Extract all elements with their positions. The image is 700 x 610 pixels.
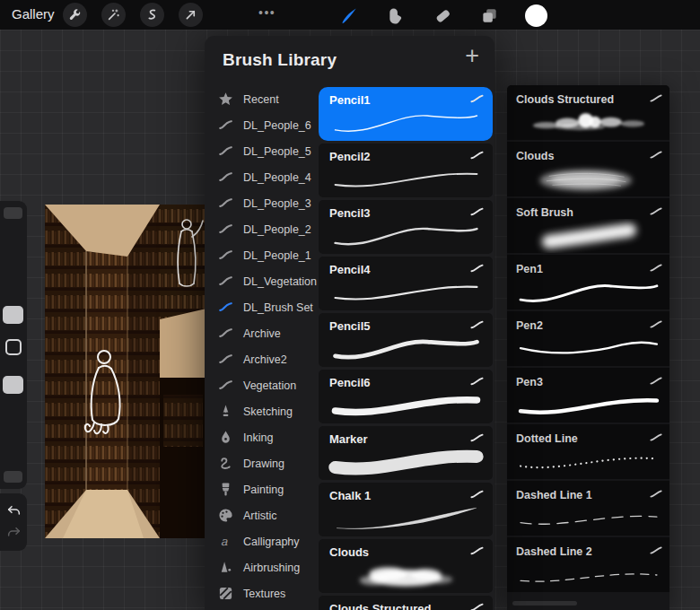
- brush-stroke-preview: [509, 106, 668, 140]
- stroke-swoosh-icon: [470, 433, 484, 442]
- brush-stroke-preview: [509, 388, 668, 423]
- stroke-swoosh-icon: [650, 377, 662, 385]
- brush-dashed-line-2[interactable]: Dashed Line 2: [507, 537, 669, 592]
- layers-button[interactable]: [478, 4, 501, 27]
- stroke-icon: [218, 248, 233, 263]
- selection-button[interactable]: [140, 3, 164, 27]
- color-button[interactable]: [525, 4, 547, 27]
- stroke-swoosh-icon: [650, 546, 662, 554]
- brush-marker[interactable]: Marker: [319, 426, 493, 480]
- category-inking[interactable]: Inking: [205, 424, 319, 450]
- stroke-icon: [218, 300, 233, 315]
- top-toolbar: Gallery •••: [0, 0, 700, 30]
- brush-pencil6[interactable]: Pencil6: [319, 370, 493, 423]
- brush-stroke-preview: [509, 275, 668, 309]
- panel-title: Brush Library: [223, 50, 337, 70]
- brush-dotted-line[interactable]: Dotted Line: [507, 424, 669, 479]
- category-artistic[interactable]: Artistic: [205, 502, 319, 528]
- squiggle-icon: [218, 456, 233, 471]
- stroke-swoosh-icon: [650, 151, 662, 159]
- category-archive2[interactable]: Archive2: [205, 346, 319, 372]
- category-sketching[interactable]: Sketching: [205, 398, 319, 424]
- add-brush-button[interactable]: +: [465, 44, 479, 68]
- transform-button[interactable]: [179, 3, 203, 27]
- stroke-swoosh-icon: [470, 490, 484, 499]
- category-airbrushing[interactable]: Airbrushing: [205, 554, 319, 580]
- canvas-options-button[interactable]: •••: [258, 5, 276, 20]
- category-recent[interactable]: Recent: [205, 86, 319, 112]
- redo-button[interactable]: [6, 527, 22, 540]
- category-dl-people-2[interactable]: DL_People_2: [205, 216, 319, 242]
- stroke-icon: [218, 118, 233, 133]
- brush-dashed-line-1[interactable]: Dashed Line 1: [507, 481, 669, 536]
- brush-clouds[interactable]: Clouds: [319, 539, 493, 593]
- category-painting[interactable]: Painting: [205, 476, 319, 502]
- category-dl-vegetation[interactable]: DL_Vegetation: [205, 268, 319, 294]
- brush-pen3[interactable]: Pen3: [507, 368, 669, 423]
- color-circle-icon: [525, 4, 547, 27]
- brush-stroke-preview: [323, 161, 488, 196]
- category-dl-people-1[interactable]: DL_People_1: [205, 242, 319, 268]
- erase-button[interactable]: [432, 4, 454, 27]
- adjustments-button[interactable]: [101, 3, 126, 27]
- brush-stroke-preview: [509, 558, 668, 592]
- category-calligraphy[interactable]: aCalligraphy: [205, 528, 319, 554]
- svg-text:a: a: [221, 535, 228, 548]
- brush-stroke-preview: [509, 445, 668, 479]
- stroke-swoosh-icon: [650, 94, 662, 102]
- brush-clouds-structured[interactable]: Clouds Structured: [507, 85, 669, 140]
- brush-stroke-preview: [509, 332, 668, 366]
- brush-pencil5[interactable]: Pencil5: [319, 313, 493, 367]
- brush-stroke-preview: [323, 388, 488, 423]
- stroke-swoosh-icon: [650, 264, 662, 272]
- opacity-slider[interactable]: [3, 376, 23, 394]
- stroke-swoosh-icon: [470, 264, 484, 273]
- brush-pen2[interactable]: Pen2: [507, 311, 669, 366]
- brush-controls-sidebar: [0, 201, 27, 489]
- brush-pencil4[interactable]: Pencil4: [319, 257, 493, 310]
- smudge-button[interactable]: [385, 4, 407, 27]
- brush-stroke-preview: [323, 501, 488, 536]
- brush-pencil1[interactable]: Pencil1: [319, 87, 493, 141]
- category-dl-people-5[interactable]: DL_People_5: [205, 138, 319, 164]
- left-tool-group: [63, 3, 203, 27]
- brush-pencil2[interactable]: Pencil2: [319, 144, 493, 197]
- smudge-icon: [387, 6, 406, 25]
- brush-soft-brush[interactable]: Soft Brush: [507, 198, 669, 253]
- gallery-button[interactable]: Gallery: [12, 6, 55, 22]
- stroke-icon: [218, 222, 233, 237]
- canvas-artwork: [45, 205, 206, 538]
- brush-size-slider[interactable]: [3, 306, 23, 324]
- paint-button[interactable]: [338, 4, 361, 27]
- stroke-swoosh-icon: [650, 490, 662, 498]
- brush-clouds[interactable]: Clouds: [507, 142, 669, 196]
- magic-wand-icon: [107, 8, 120, 22]
- brush-chalk-1[interactable]: Chalk 1: [319, 483, 493, 536]
- brush-clouds-structured[interactable]: Clouds Structured: [319, 596, 493, 610]
- italic-a-icon: a: [218, 534, 233, 549]
- stroke-swoosh-icon: [470, 151, 484, 160]
- transform-arrow-icon: [184, 8, 197, 22]
- brush-pencil3[interactable]: Pencil3: [319, 200, 493, 254]
- modify-button[interactable]: [5, 339, 22, 355]
- brush-pen1[interactable]: Pen1: [507, 255, 669, 309]
- category-vegetation[interactable]: Vegetation: [205, 372, 319, 398]
- history-panel: [0, 493, 27, 551]
- actions-button[interactable]: [63, 3, 87, 27]
- category-dl-people-4[interactable]: DL_People_4: [205, 164, 319, 190]
- procreate-app: Gallery •••: [0, 0, 700, 610]
- undo-button[interactable]: [6, 505, 22, 518]
- star-icon: [218, 92, 233, 107]
- stroke-swoosh-icon: [470, 207, 484, 216]
- category-dl-brush-set[interactable]: DL_Brush Set: [205, 294, 319, 320]
- category-drawing[interactable]: Drawing: [205, 450, 319, 476]
- stroke-swoosh-icon: [650, 433, 662, 441]
- category-dl-people-6[interactable]: DL_People_6: [205, 112, 319, 138]
- category-dl-people-3[interactable]: DL_People_3: [205, 190, 319, 216]
- category-textures[interactable]: Textures: [205, 580, 319, 606]
- stroke-swoosh-icon: [470, 377, 484, 386]
- category-archive[interactable]: Archive: [205, 320, 319, 346]
- slider-track-cap: [4, 471, 22, 483]
- slider-track-cap: [4, 207, 22, 219]
- nib-icon: [218, 430, 233, 445]
